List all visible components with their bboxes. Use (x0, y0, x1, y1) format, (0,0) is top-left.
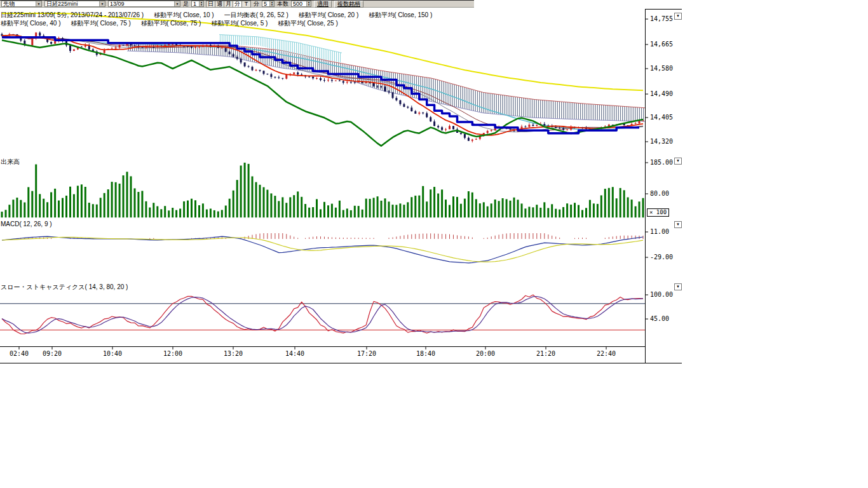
bars-label: 本数 (277, 1, 288, 7)
minute-label: 分 (254, 1, 259, 7)
volume-panel-label: 出来高 (1, 158, 20, 166)
legend-row-1: 日経225mini 13/09( 5分, 2013/07/24 - 2013/0… (1, 11, 432, 20)
category-select-value: 先物 (3, 1, 15, 7)
spinner-icon[interactable]: ▲▼ (199, 1, 203, 6)
volume-bars (2, 163, 643, 217)
price-panel-collapse-button[interactable]: ▼ (674, 13, 682, 20)
spin-down-icon[interactable]: ▼ (307, 4, 311, 6)
legend-item: 移動平均( Close, 75 ) (71, 19, 130, 28)
macd-panel-collapse-button[interactable]: ▼ (674, 221, 682, 228)
period-button-group: 日 週 月 分 T (207, 1, 251, 8)
spin-down-icon[interactable]: ▼ (270, 4, 274, 6)
spinner-icon[interactable]: ▲▼ (269, 1, 274, 6)
legend-item: 移動平均( Close, 5 ) (211, 19, 268, 28)
chart-canvas[interactable] (0, 0, 683, 367)
minute-input[interactable]: 5 ▲▼ (262, 1, 275, 7)
spin-down-icon[interactable]: ▼ (200, 4, 203, 6)
multi-symbol-button[interactable]: 複数銘柄 (334, 1, 363, 8)
volume-panel-collapse-button[interactable]: ▼ (674, 158, 682, 165)
bars-input-value: 500 (293, 1, 302, 7)
tick-input[interactable]: 1 ▲▼ (191, 1, 204, 7)
dropdown-arrow-icon: ▼ (36, 1, 41, 6)
tick-input-value: 1 (193, 1, 196, 7)
dropdown-arrow-icon: ▼ (99, 1, 105, 6)
symbol-select[interactable]: 日経225mini ▼ (44, 1, 105, 7)
apply-button[interactable]: 適用 (314, 1, 332, 8)
bars-input[interactable]: 500 ▲▼ (291, 1, 311, 7)
legend-item: 移動平均( Close, 20 ) (299, 11, 358, 20)
legend-item: 移動平均( Close, 10 ) (154, 11, 214, 20)
contract-select-value: 13/09 (110, 1, 125, 7)
toolbar: 先物 ▼ 日経225mini ▼ 13/09 ▼ 足 1 ▲▼ 日 週 月 分 … (0, 0, 474, 8)
legend-item: 一目均衡表( 9, 26, 52 ) (224, 11, 288, 20)
period-week-button[interactable]: 週 (215, 1, 224, 8)
ashi-label: 足 (183, 1, 189, 7)
minute-input-value: 5 (264, 1, 267, 7)
contract-select[interactable]: 13/09 ▼ (108, 1, 180, 7)
period-day-button[interactable]: 日 (206, 1, 215, 8)
legend-item: 移動平均( Close, 40 ) (1, 19, 60, 28)
category-select[interactable]: 先物 ▼ (1, 1, 42, 7)
stoch-panel-label: スロー・ストキャスティクス( 14, 3, 80, 20 ) (1, 283, 128, 292)
symbol-select-value: 日経225mini (46, 1, 78, 7)
period-tick-button[interactable]: T (241, 1, 251, 8)
dropdown-arrow-icon: ▼ (174, 1, 180, 6)
period-minute-button[interactable]: 分 (233, 1, 242, 8)
legend-item: 移動平均( Close, 75 ) (141, 19, 201, 28)
trading-chart-window: 14,75514,66514,58014,49014,40514,320185.… (0, 0, 868, 488)
chart-title: 日経225mini 13/09( 5分, 2013/07/24 - 2013/0… (1, 11, 144, 20)
volume-multiplier-box: × 100 (647, 208, 669, 217)
macd-histogram (17, 233, 643, 239)
legend-item: 移動平均( Close, 25 ) (278, 19, 337, 28)
spinner-icon[interactable]: ▲▼ (306, 1, 311, 6)
legend-item: 移動平均( Close, 150 ) (369, 11, 432, 20)
macd-panel-label: MACD( 12, 26, 9 ) (1, 220, 52, 227)
period-month-button[interactable]: 月 (224, 1, 233, 8)
stoch-panel-collapse-button[interactable]: ▼ (674, 283, 682, 290)
legend-row-2: 移動平均( Close, 40 ) 移動平均( Close, 75 ) 移動平均… (1, 19, 338, 28)
